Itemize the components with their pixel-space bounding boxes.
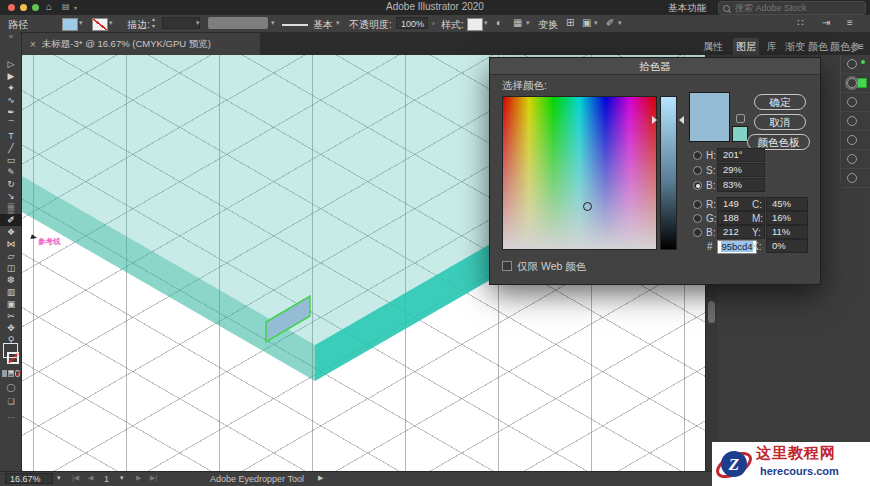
magic-wand-tool[interactable]: ✦ (0, 82, 22, 94)
target-circle-icon[interactable] (847, 116, 857, 126)
edit-toolbar-icon[interactable]: … (0, 411, 22, 420)
column-graph-tool[interactable]: ▥ (0, 286, 22, 298)
snap-options-icon[interactable]: ⇥ (822, 17, 830, 28)
rectangle-tool[interactable]: ▭ (0, 154, 22, 166)
chevron-down-icon[interactable]: ▾ (196, 19, 200, 27)
chevron-down-icon[interactable]: ▾ (594, 19, 598, 27)
transform-label[interactable]: 变换 (538, 18, 558, 32)
type-tool[interactable]: T (0, 130, 22, 142)
chevron-down-icon[interactable]: ▾ (484, 19, 488, 27)
panel-tabs-menu-icon[interactable]: ≡ (855, 38, 867, 55)
slice-tool[interactable]: ✂ (0, 310, 22, 322)
arrange-documents-icon[interactable]: ∷ (797, 17, 803, 28)
scale-tool[interactable]: ↘ (0, 190, 22, 202)
layer-row[interactable] (841, 131, 870, 150)
recolor-artwork-icon[interactable]: ◐ (496, 17, 502, 28)
width-profile-dropdown[interactable] (208, 17, 268, 29)
width-tool[interactable]: ⋈ (0, 238, 22, 250)
workspace-switcher[interactable]: 基本功能 (668, 2, 706, 15)
screen-mode-icon[interactable]: ❏ (0, 397, 22, 406)
hand-tool[interactable]: ✥ (0, 322, 22, 334)
artboard-number[interactable]: 1 (104, 474, 109, 484)
brightness-slider[interactable] (660, 96, 677, 250)
chevron-down-icon[interactable]: ▾ (271, 19, 275, 27)
zoom-level-field[interactable]: 16.67% (5, 473, 53, 484)
close-tab-icon[interactable]: × (30, 39, 36, 50)
color-marker[interactable] (583, 202, 592, 211)
line-segment-tool[interactable]: ╱ (0, 142, 22, 154)
k-field[interactable]: 0% (766, 239, 808, 253)
stepper-down-icon[interactable]: ▾ (152, 23, 155, 29)
color-spectrum-field[interactable] (502, 96, 657, 250)
color-button[interactable] (2, 370, 7, 377)
fill-color-indicator[interactable] (3, 343, 18, 358)
chevron-down-icon[interactable]: ▾ (109, 19, 113, 27)
paintbrush-tool[interactable]: ✎ (0, 166, 22, 178)
cancel-button[interactable]: 取消 (754, 114, 806, 130)
opacity-field[interactable]: 100% (396, 17, 428, 29)
first-artboard-icon[interactable]: |◀ (72, 474, 79, 482)
b-field[interactable]: 83% (717, 178, 765, 192)
chevron-right-icon[interactable]: › (432, 19, 435, 28)
stroke-weight-field[interactable] (162, 17, 200, 29)
tab-properties[interactable]: 属性 (700, 38, 726, 55)
tab-layers[interactable]: 图层 (733, 38, 759, 55)
search-input[interactable] (733, 2, 847, 14)
s-field[interactable]: 29% (717, 163, 765, 177)
radio-b2[interactable] (693, 228, 702, 237)
m-field[interactable]: 16% (766, 211, 808, 225)
target-circle-icon[interactable] (847, 154, 857, 164)
pen-tool[interactable]: ✒ (0, 106, 22, 118)
slider-arrow-left-icon[interactable] (652, 116, 657, 124)
scrollbar-thumb[interactable] (708, 301, 715, 323)
gradient-button[interactable] (8, 370, 13, 377)
chevron-down-icon[interactable]: ▾ (120, 474, 124, 482)
draw-mode-icon[interactable]: ◯ (0, 383, 22, 392)
brush-definition[interactable]: 基本 (313, 18, 333, 32)
distribute-objects-icon[interactable]: ▣ (582, 17, 591, 28)
watermark-site-url[interactable]: herecours.com (760, 465, 839, 477)
target-circle-icon[interactable] (847, 135, 857, 145)
next-artboard-icon[interactable]: ▶ (136, 474, 141, 482)
radio-g[interactable] (693, 214, 702, 223)
target-circle-icon[interactable] (847, 173, 857, 183)
fill-color-swatch[interactable] (62, 18, 78, 31)
direct-selection-tool[interactable]: ▶ (0, 70, 22, 82)
target-circle-icon[interactable] (847, 59, 857, 69)
layer-row[interactable] (841, 74, 870, 93)
target-circle-icon[interactable] (847, 78, 857, 88)
layer-row[interactable] (841, 55, 870, 74)
status-play-icon[interactable]: ▶ (318, 474, 323, 482)
dialog-title[interactable]: 拾色器 (490, 58, 820, 75)
rotate-tool[interactable]: ↻ (0, 178, 22, 190)
tab-libraries[interactable]: 库 (764, 38, 780, 55)
align-objects-icon[interactable]: ⊞ (566, 17, 574, 28)
layer-row[interactable] (841, 112, 870, 131)
chevron-down-icon[interactable]: ▾ (57, 474, 61, 482)
layer-row[interactable] (841, 93, 870, 112)
gradient-tool[interactable]: ▒ (0, 202, 22, 214)
previous-color-swatch[interactable] (732, 126, 748, 142)
last-artboard-icon[interactable]: ▶| (150, 474, 157, 482)
stroke-color-swatch[interactable] (92, 18, 108, 31)
stroke-weight-stepper[interactable]: ▴▾ (152, 16, 155, 30)
layer-row[interactable] (841, 169, 870, 188)
align-grid-icon[interactable]: ▦ (513, 17, 522, 28)
radio-r[interactable] (693, 200, 702, 209)
chevron-down-icon[interactable]: ▾ (526, 19, 530, 27)
lasso-tool[interactable]: ∿ (0, 94, 22, 106)
ok-button[interactable]: 确定 (754, 94, 806, 110)
quick-actions-icon[interactable]: ✐ (606, 17, 614, 28)
chevron-down-icon[interactable]: ▾ (336, 19, 340, 27)
layer-row[interactable] (841, 150, 870, 169)
style-swatch[interactable] (467, 18, 483, 31)
chevron-down-icon[interactable]: ▾ (618, 19, 622, 27)
stepper-up-icon[interactable]: ▴ (152, 16, 155, 22)
selection-tool[interactable]: ▷ (0, 58, 22, 70)
free-transform-tool[interactable]: ▱ (0, 250, 22, 262)
panel-menu-icon[interactable]: ≡ (847, 17, 853, 28)
web-only-checkbox[interactable] (502, 261, 512, 271)
document-tab[interactable]: × 未标题-3* @ 16.67% (CMYK/GPU 预览) (22, 33, 260, 55)
y-field[interactable]: 11% (766, 225, 808, 239)
eyedropper-tool[interactable]: ✐ (0, 214, 22, 226)
